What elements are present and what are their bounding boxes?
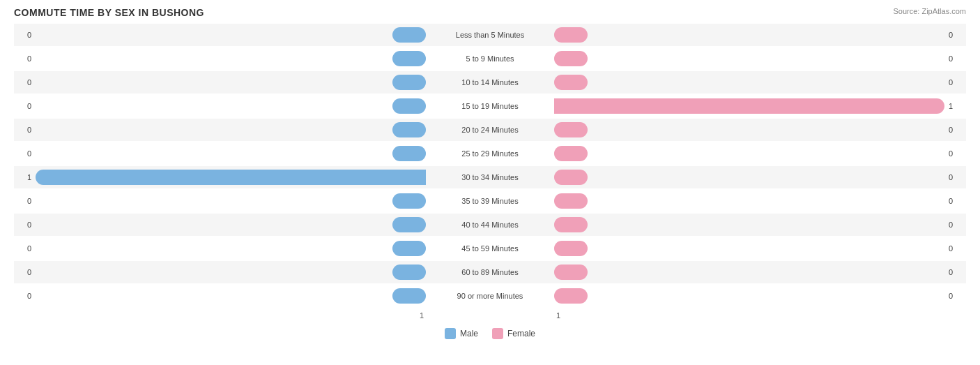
male-bar-container [35, 98, 427, 114]
row-label: 30 to 34 Minutes [427, 173, 553, 181]
female-bar-container [553, 265, 945, 280]
female-bar [554, 75, 588, 90]
legend: Male Female [14, 328, 966, 339]
female-bar [554, 265, 588, 280]
male-bar-container [35, 75, 427, 90]
male-bar [392, 27, 426, 43]
bar-section: 10 to 14 Minutes [35, 71, 945, 94]
male-bar-container [35, 27, 427, 43]
chart-container: COMMUTE TIME BY SEX IN BUSHONG Source: Z… [0, 0, 980, 365]
axis-right-value: 1 [553, 311, 945, 320]
female-value: 0 [945, 78, 966, 87]
male-value: 0 [14, 126, 35, 134]
male-value: 0 [14, 149, 35, 158]
female-bar-container [553, 27, 945, 43]
male-bar-container [35, 217, 427, 232]
female-value: 0 [945, 173, 966, 181]
row-label: 15 to 19 Minutes [427, 102, 553, 110]
male-bar [392, 193, 426, 209]
male-value: 1 [14, 173, 35, 181]
male-value: 0 [14, 197, 35, 205]
male-bar-container [35, 288, 427, 304]
bar-section: 30 to 34 Minutes [35, 166, 945, 188]
bar-section: 20 to 24 Minutes [35, 119, 945, 141]
female-bar-container [553, 51, 945, 66]
female-bar-container [553, 170, 945, 185]
row-label: 25 to 29 Minutes [427, 149, 553, 158]
female-bar [554, 98, 944, 114]
male-bar-container [35, 193, 427, 209]
male-bar [392, 122, 426, 137]
row-label: 5 to 9 Minutes [427, 54, 553, 63]
male-value: 0 [14, 102, 35, 110]
female-bar [554, 51, 588, 66]
female-value: 0 [945, 54, 966, 63]
female-bar [554, 241, 588, 256]
chart-row: 0 35 to 39 Minutes 0 [14, 190, 966, 212]
female-value: 1 [945, 102, 966, 110]
male-bar [36, 170, 426, 185]
legend-male: Male [445, 328, 478, 339]
chart-row: 0 25 to 29 Minutes 0 [14, 142, 966, 165]
male-value: 0 [14, 54, 35, 63]
chart-row: 0 5 to 9 Minutes 0 [14, 47, 966, 70]
bar-section: 15 to 19 Minutes [35, 95, 945, 117]
chart-row: 0 Less than 5 Minutes 0 [14, 24, 966, 46]
male-label: Male [460, 329, 478, 338]
bar-section: Less than 5 Minutes [35, 24, 945, 46]
chart-title: COMMUTE TIME BY SEX IN BUSHONG [14, 7, 966, 18]
chart-row: 0 20 to 24 Minutes 0 [14, 119, 966, 141]
female-bar [554, 217, 588, 232]
row-label: 90 or more Minutes [427, 292, 553, 300]
bar-section: 25 to 29 Minutes [35, 142, 945, 165]
male-value: 0 [14, 268, 35, 276]
bar-section: 40 to 44 Minutes [35, 214, 945, 236]
female-label: Female [507, 329, 535, 338]
female-value: 0 [945, 268, 966, 276]
chart-row: 0 10 to 14 Minutes 0 [14, 71, 966, 94]
male-bar-container [35, 170, 427, 185]
female-value: 0 [945, 197, 966, 205]
chart-area: 0 Less than 5 Minutes 0 0 5 to 9 Minutes… [14, 24, 966, 324]
female-bar-container [553, 193, 945, 209]
female-value: 0 [945, 244, 966, 253]
chart-row: 0 40 to 44 Minutes 0 [14, 214, 966, 236]
male-bar-container [35, 51, 427, 66]
female-bar [554, 27, 588, 43]
axis-row: 1 1 [14, 308, 966, 322]
male-value: 0 [14, 292, 35, 300]
male-bar [392, 98, 426, 114]
male-value: 0 [14, 221, 35, 229]
bar-section: 35 to 39 Minutes [35, 190, 945, 212]
male-value: 0 [14, 244, 35, 253]
female-bar-container [553, 98, 945, 114]
male-bar-container [35, 146, 427, 161]
chart-row: 1 30 to 34 Minutes 0 [14, 166, 966, 188]
female-bar [554, 288, 588, 304]
female-bar [554, 170, 588, 185]
row-label: 60 to 89 Minutes [427, 268, 553, 276]
female-bar-container [553, 217, 945, 232]
axis-left-value: 1 [35, 311, 427, 320]
male-bar [392, 51, 426, 66]
source-label: Source: ZipAtlas.com [893, 7, 966, 15]
chart-row: 0 45 to 59 Minutes 0 [14, 237, 966, 260]
male-bar [392, 146, 426, 161]
male-swatch [445, 328, 456, 339]
female-bar [554, 122, 588, 137]
legend-female: Female [492, 328, 535, 339]
female-value: 0 [945, 126, 966, 134]
row-label: Less than 5 Minutes [427, 31, 553, 39]
bar-section: 60 to 89 Minutes [35, 261, 945, 283]
female-value: 0 [945, 292, 966, 300]
male-bar [392, 265, 426, 280]
female-bar [554, 193, 588, 209]
bar-section: 90 or more Minutes [35, 285, 945, 307]
female-bar-container [553, 288, 945, 304]
male-bar [392, 75, 426, 90]
female-value: 0 [945, 221, 966, 229]
male-bar-container [35, 241, 427, 256]
female-value: 0 [945, 149, 966, 158]
row-label: 40 to 44 Minutes [427, 221, 553, 229]
row-label: 20 to 24 Minutes [427, 126, 553, 134]
